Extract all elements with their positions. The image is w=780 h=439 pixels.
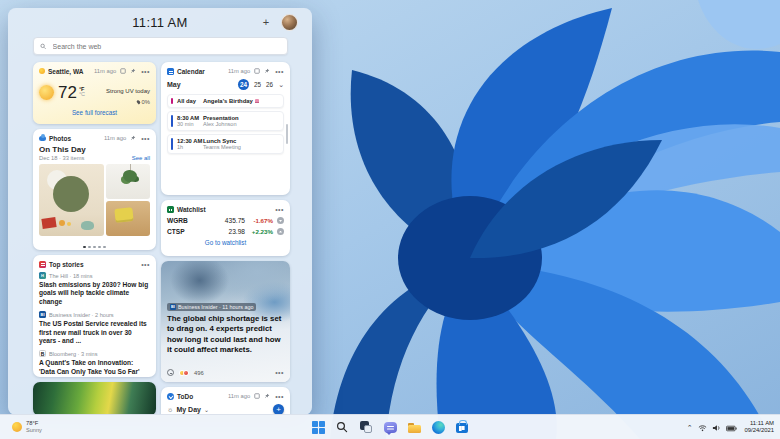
watchlist-header: Watchlist ••• — [167, 205, 284, 213]
file-explorer-button[interactable] — [407, 420, 422, 435]
more-options-icon[interactable]: ••• — [275, 206, 284, 213]
calendar-widget[interactable]: Calendar 11m ago ••• May 24 — [161, 62, 290, 195]
stock-trend-down-icon[interactable] — [277, 217, 284, 224]
see-all-link[interactable]: See all — [132, 155, 150, 161]
carousel-dot[interactable] — [83, 246, 86, 249]
start-button[interactable] — [311, 420, 326, 435]
my-day-label: My Day — [176, 406, 201, 413]
photos-title: Photos — [49, 135, 71, 142]
calendar-day[interactable]: 25 — [254, 81, 261, 88]
more-options-icon[interactable]: ••• — [141, 68, 150, 75]
calendar-event[interactable]: 12:30 AM 1h Lunch Sync Teams Meeting — [167, 134, 284, 154]
top-stories-widget[interactable]: Top stories ••• H The Hill · 18 mins Sla… — [33, 255, 156, 377]
hide-widget-icon[interactable] — [253, 393, 260, 400]
birthday-cake-icon — [255, 99, 259, 104]
carousel-dot[interactable] — [98, 246, 101, 249]
add-widget-button[interactable]: + — [258, 15, 274, 31]
todo-age: 11m ago — [228, 393, 250, 399]
watchlist-widget[interactable]: Watchlist ••• WGRB 435.75 -1.67% CTSP 23… — [161, 200, 290, 256]
carousel-dot[interactable] — [88, 246, 91, 249]
pin-icon[interactable] — [129, 135, 136, 142]
speaker-icon[interactable] — [712, 418, 721, 436]
wifi-icon[interactable] — [698, 418, 707, 436]
user-avatar[interactable] — [281, 14, 298, 31]
calendar-event[interactable]: 8:30 AM 30 min Presentation Alex Johnson — [167, 111, 284, 131]
news-footer: 496 ••• — [167, 369, 284, 378]
taskbar-weather-button[interactable]: 78°F Sunny — [8, 415, 46, 439]
microsoft-store-button[interactable] — [455, 420, 470, 435]
calendar-app-icon — [167, 68, 174, 75]
carousel-dot[interactable] — [93, 246, 96, 249]
go-to-watchlist-link[interactable]: Go to watchlist — [167, 239, 284, 246]
hide-widget-icon[interactable] — [119, 68, 126, 75]
carousel-dots[interactable] — [33, 246, 156, 249]
calendar-day-selected[interactable]: 24 — [238, 79, 249, 90]
tray-chevron-up-icon[interactable]: ⌃ — [687, 424, 693, 431]
comment-icon[interactable] — [167, 369, 174, 376]
photo-thumbnail[interactable] — [106, 164, 150, 199]
more-options-icon[interactable]: ••• — [275, 68, 284, 75]
more-options-icon[interactable]: ••• — [141, 135, 150, 142]
battery-icon[interactable] — [726, 418, 737, 436]
photos-subrow: Dec 18 · 33 items See all — [39, 155, 150, 161]
carousel-dot[interactable] — [103, 246, 106, 249]
stock-row[interactable]: WGRB 435.75 -1.67% — [167, 217, 284, 224]
story-item[interactable]: B Bloomberg · 3 mins A Quant's Take on I… — [39, 350, 150, 376]
photo-thumbnail[interactable] — [106, 201, 150, 236]
chat-button[interactable] — [383, 420, 398, 435]
weather-details: Strong UV today 0% — [106, 79, 150, 105]
photo-card-partial[interactable] — [33, 382, 156, 415]
hide-widget-icon[interactable] — [253, 68, 260, 75]
scrollbar-thumb[interactable] — [286, 124, 288, 144]
calendar-event[interactable]: All day Angela's Birthday — [167, 94, 284, 108]
edge-browser-button[interactable] — [431, 420, 446, 435]
precip-value: 0% — [142, 99, 150, 105]
event-subtitle: Alex Johnson — [203, 121, 239, 127]
pin-icon[interactable] — [263, 393, 270, 400]
task-view-button[interactable] — [359, 420, 374, 435]
chevron-down-icon[interactable]: ⌄ — [278, 81, 284, 88]
news-headline[interactable]: The global chip shortage is set to drag … — [167, 314, 284, 355]
news-source-meta: Business Insider · 11 hours ago — [178, 304, 253, 310]
story-item[interactable]: BI Business Insider · 2 hours The US Pos… — [39, 311, 150, 346]
more-options-icon[interactable]: ••• — [275, 393, 284, 400]
story-headline[interactable]: Slash emissions by 2030? How big goals w… — [39, 281, 150, 308]
story-headline[interactable]: The US Postal Service revealed its first… — [39, 320, 150, 347]
stock-row[interactable]: CTSP 23.98 +2.23% — [167, 228, 284, 235]
todo-widget[interactable]: ToDo 11m ago ••• ☼ My Day ⌄ — [161, 387, 290, 415]
stock-price: 23.98 — [228, 228, 245, 235]
sun-icon — [12, 422, 22, 432]
unit-toggle[interactable]: °F °C — [79, 87, 85, 98]
taskbar-app-icons — [311, 420, 470, 435]
more-options-icon[interactable]: ••• — [141, 261, 150, 268]
chevron-down-icon[interactable]: ⌄ — [204, 406, 209, 413]
event-accent-bar — [171, 98, 173, 104]
weather-age: 11m ago — [94, 68, 116, 74]
web-search-bar[interactable] — [33, 37, 288, 55]
see-full-forecast-link[interactable]: See full forecast — [39, 109, 150, 116]
taskbar: 78°F Sunny — [0, 414, 780, 439]
taskbar-clock[interactable]: 11:11 AM 09/24/2021 — [745, 420, 774, 434]
news-article-widget[interactable]: BI Business Insider · 11 hours ago The g… — [161, 261, 290, 382]
the-hill-favicon: H — [39, 272, 46, 279]
story-item[interactable]: H The Hill · 18 mins Slash emissions by … — [39, 272, 150, 307]
unit-celsius[interactable]: °C — [79, 92, 85, 98]
more-options-icon[interactable]: ••• — [275, 369, 284, 376]
stock-trend-up-icon[interactable] — [277, 228, 284, 235]
reaction-emojis[interactable] — [179, 370, 189, 376]
pin-icon[interactable] — [263, 68, 270, 75]
photo-thumbnail[interactable] — [39, 164, 104, 236]
weather-widget[interactable]: Seattle, WA 11m ago ••• 72 — [33, 62, 156, 124]
my-day-sun-icon: ☼ — [167, 406, 173, 413]
calendar-day[interactable]: 26 — [266, 81, 273, 88]
photos-heading: On This Day — [39, 145, 150, 154]
search-button[interactable] — [335, 420, 350, 435]
story-headline[interactable]: A Quant's Take on Innovation: 'Data Can … — [39, 359, 150, 377]
sun-icon — [39, 85, 54, 100]
todo-title: ToDo — [177, 393, 193, 400]
top-stories-title: Top stories — [49, 261, 84, 268]
photos-widget-header: Photos 11m ago ••• — [39, 134, 150, 142]
photos-widget[interactable]: Photos 11m ago ••• On This Day Dec 18 · … — [33, 129, 156, 250]
search-input[interactable] — [51, 42, 281, 51]
pin-icon[interactable] — [129, 68, 136, 75]
